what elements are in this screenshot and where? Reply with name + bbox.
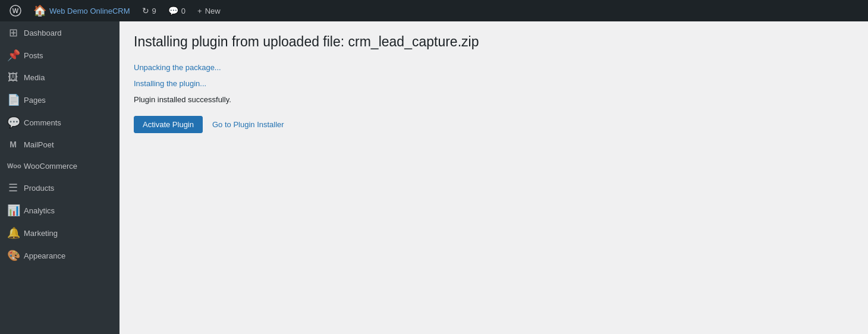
- posts-icon: 📌: [7, 49, 19, 62]
- dashboard-icon: ⊞: [7, 26, 19, 39]
- sidebar-item-comments[interactable]: 💬 Comments: [0, 111, 119, 134]
- activate-plugin-button[interactable]: Activate Plugin: [134, 116, 203, 133]
- admin-bar: W 🏠 Web Demo OnlineCRM ↻ 9 💬 0 + New: [0, 0, 868, 21]
- action-buttons: Activate Plugin Go to Plugin Installer: [134, 116, 854, 133]
- comments-link[interactable]: 💬 0: [163, 0, 190, 21]
- sidebar-label-products: Products: [24, 184, 54, 193]
- sidebar-label-media: Media: [24, 73, 45, 82]
- updates-icon: ↻: [142, 6, 149, 15]
- sidebar-label-woocommerce: WooCommerce: [24, 162, 77, 171]
- site-name-link[interactable]: 🏠 Web Demo OnlineCRM: [29, 0, 135, 21]
- marketing-icon: 🔔: [7, 226, 19, 240]
- sidebar-label-comments: Comments: [24, 118, 61, 127]
- sidebar-item-woocommerce[interactable]: Woo WooCommerce: [0, 155, 119, 177]
- page-title: Installing plugin from uploaded file: cr…: [134, 33, 854, 51]
- status-installing: Installing the plugin...: [134, 79, 854, 88]
- new-content-button[interactable]: + New: [193, 0, 225, 21]
- appearance-icon: 🎨: [7, 249, 19, 262]
- mailpoet-icon: M: [7, 140, 19, 149]
- woocommerce-icon: Woo: [7, 162, 19, 169]
- sidebar-item-posts[interactable]: 📌 Posts: [0, 44, 119, 67]
- wp-logo-button[interactable]: W: [5, 0, 26, 21]
- sidebar-label-appearance: Appearance: [24, 251, 65, 260]
- sidebar-label-analytics: Analytics: [24, 206, 55, 215]
- sidebar: ⊞ Dashboard 📌 Posts 🖼 Media 📄 Pages 💬 Co…: [0, 21, 119, 334]
- svg-text:W: W: [12, 7, 19, 14]
- status-unpacking: Unpacking the package...: [134, 63, 854, 72]
- plus-icon: +: [197, 7, 202, 15]
- status-success: Plugin installed successfully.: [134, 95, 854, 104]
- sidebar-item-dashboard[interactable]: ⊞ Dashboard: [0, 21, 119, 44]
- media-icon: 🖼: [7, 71, 19, 84]
- home-icon: 🏠: [33, 4, 46, 17]
- sidebar-label-pages: Pages: [24, 96, 46, 105]
- new-label: New: [205, 7, 221, 15]
- sidebar-label-marketing: Marketing: [24, 229, 58, 238]
- sidebar-item-media[interactable]: 🖼 Media: [0, 67, 119, 89]
- sidebar-label-mailpoet: MailPoet: [24, 140, 54, 149]
- wp-icon: W: [10, 5, 21, 17]
- sidebar-item-pages[interactable]: 📄 Pages: [0, 89, 119, 111]
- site-name: Web Demo OnlineCRM: [49, 7, 130, 15]
- sidebar-item-products[interactable]: ☰ Products: [0, 177, 119, 199]
- sidebar-item-mailpoet[interactable]: M MailPoet: [0, 134, 119, 155]
- sidebar-label-posts: Posts: [24, 51, 43, 60]
- pages-icon: 📄: [7, 93, 19, 106]
- products-icon: ☰: [7, 181, 19, 194]
- sidebar-item-marketing[interactable]: 🔔 Marketing: [0, 222, 119, 244]
- updates-count: 9: [152, 7, 156, 15]
- main-content-area: Installing plugin from uploaded file: cr…: [119, 21, 868, 334]
- comments-nav-icon: 💬: [7, 116, 19, 129]
- main-layout: ⊞ Dashboard 📌 Posts 🖼 Media 📄 Pages 💬 Co…: [0, 21, 868, 334]
- go-to-installer-link[interactable]: Go to Plugin Installer: [212, 120, 284, 129]
- comments-icon: 💬: [168, 6, 178, 15]
- sidebar-label-dashboard: Dashboard: [24, 29, 62, 37]
- analytics-icon: 📊: [7, 204, 19, 217]
- sidebar-item-appearance[interactable]: 🎨 Appearance: [0, 244, 119, 267]
- updates-link[interactable]: ↻ 9: [137, 0, 161, 21]
- sidebar-item-analytics[interactable]: 📊 Analytics: [0, 199, 119, 222]
- comments-count: 0: [181, 7, 185, 15]
